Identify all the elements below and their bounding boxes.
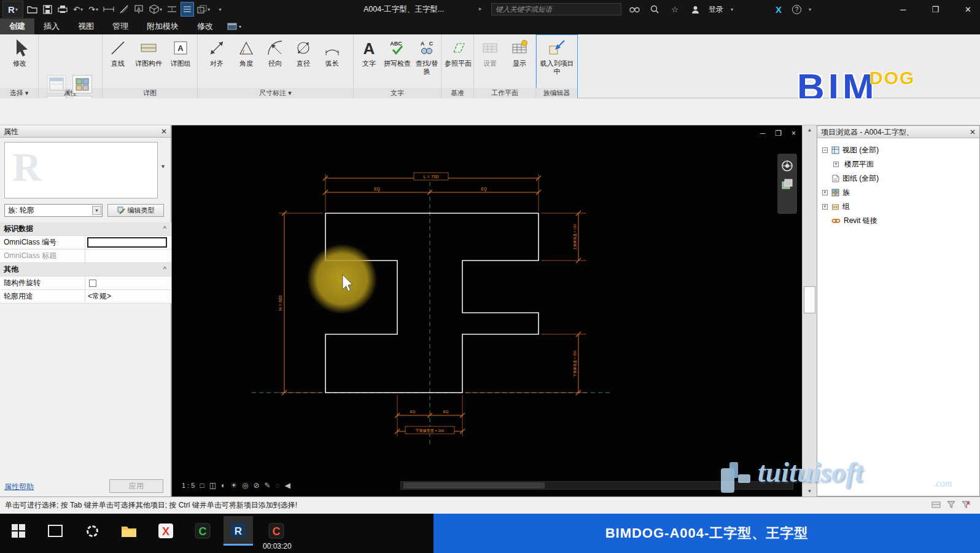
maximize-button[interactable]: ❐ [931, 5, 939, 14]
section-icon[interactable] [165, 2, 179, 17]
tag-icon[interactable]: A [133, 2, 146, 17]
edit-type-button[interactable]: 编辑类型 [107, 204, 164, 217]
properties-help-link[interactable]: 属性帮助 [4, 482, 34, 492]
properties-header[interactable]: 属性 ✕ [0, 125, 171, 138]
dim-top-total[interactable]: L = 700 [424, 174, 439, 179]
tab-view[interactable]: 视图 [69, 18, 103, 34]
arc-length-dimension-button[interactable]: 弧长 [318, 36, 346, 68]
undo-icon[interactable]: ↶▾ [71, 2, 85, 17]
radial-dimension-button[interactable]: 径向 [262, 36, 289, 68]
collapse-icon[interactable]: − [822, 147, 828, 153]
login-button[interactable]: 登录 [709, 4, 723, 15]
dim-bottom-width[interactable]: 下翼缘宽度 = 200 [416, 428, 445, 433]
profile-usage-value[interactable]: <常规> [85, 290, 171, 303]
reference-plane-button[interactable]: 参照平面 [443, 36, 473, 68]
view3d-icon[interactable]: ▾ [148, 2, 163, 17]
save-icon[interactable] [41, 2, 54, 17]
switch-windows-icon[interactable]: ▾ [196, 2, 211, 17]
shadows-icon[interactable]: ◐ [221, 481, 225, 490]
view-minimize-button[interactable]: ─ [760, 129, 766, 138]
dim-eq-bottom-right[interactable]: EQ [443, 410, 449, 414]
tree-item-views[interactable]: − 视图 (全部) [817, 143, 979, 157]
scroll-down-icon[interactable]: ▼ [803, 487, 817, 496]
tree-item-groups[interactable]: + 组 [817, 200, 979, 214]
thin-lines-icon[interactable] [181, 2, 194, 17]
section-identity-data[interactable]: 标识数据 ^ [0, 222, 171, 236]
scroll-left-icon[interactable]: ◀ [285, 481, 290, 490]
section-other[interactable]: 其他 ^ [0, 263, 171, 276]
spelling-button[interactable]: ABC 拼写检查 [383, 36, 411, 68]
vertical-scrollbar[interactable]: ▲ ▼ [802, 125, 817, 496]
customize-qat-icon[interactable]: ▾ [213, 2, 227, 17]
tree-item-sheets-label[interactable]: 图纸 (全部) [842, 171, 879, 186]
diameter-dimension-button[interactable]: 直径 [290, 36, 317, 68]
tree-item-groups-label[interactable]: 组 [842, 200, 850, 214]
type-preview[interactable]: R [4, 142, 158, 198]
panel-datum-label[interactable]: 基准 [441, 88, 473, 98]
expand-icon[interactable]: + [822, 190, 828, 195]
collapse-icon[interactable]: ^ [163, 263, 166, 275]
find-replace-button[interactable]: AC 查找/替换 [413, 36, 441, 76]
apply-button[interactable]: 应用 [109, 479, 163, 493]
filter-icon[interactable] [947, 501, 955, 509]
close-icon[interactable]: ✕ [970, 126, 976, 138]
tab-manage[interactable]: 管理 [103, 18, 138, 34]
family-category-button[interactable] [72, 75, 92, 93]
set-workplane-button[interactable]: 设置 [476, 36, 504, 68]
tree-item-families[interactable]: + 族 [817, 186, 979, 200]
taskbar-active-window[interactable]: BIMDOG-A004-工字型、王字型 [434, 514, 980, 553]
drawing-canvas[interactable]: L = 700 EQ EQ H = 600 上翼缘高度 = 150 下翼缘高度 … [172, 125, 802, 496]
dim-eq-right[interactable]: EQ [481, 187, 486, 192]
close-button[interactable]: ✕ [965, 5, 971, 14]
tree-item-sheets[interactable]: 图纸 (全部) [817, 171, 979, 186]
aligned-dimension-button[interactable]: 对齐 [203, 36, 231, 68]
line-button[interactable]: 直线 [104, 36, 131, 68]
dim-eq-left[interactable]: EQ [374, 187, 379, 192]
search-input[interactable] [491, 3, 621, 15]
print-icon[interactable] [56, 2, 69, 17]
view-restore-button[interactable]: ❐ [775, 129, 782, 138]
modify-button[interactable]: 修改 [5, 36, 34, 68]
file-explorer-button[interactable] [114, 516, 144, 546]
dim-eq-bottom-left[interactable]: EQ [410, 410, 416, 414]
favorites-star-icon[interactable]: ☆ [668, 2, 682, 17]
camtasia-app-button[interactable]: C [188, 516, 217, 546]
revit-app-button[interactable]: R▾ [2, 1, 23, 18]
tab-insert[interactable]: 插入 [34, 18, 69, 34]
help-icon[interactable]: ? [792, 5, 801, 14]
hide-elements-icon[interactable]: ✎ [265, 481, 271, 490]
task-view-button[interactable] [41, 516, 70, 546]
collapse-icon[interactable]: ^ [163, 222, 166, 235]
detail-level-icon[interactable]: □ [200, 481, 204, 490]
omniclass-number-input[interactable] [87, 237, 167, 248]
panel-family-editor-label[interactable]: 族编辑器 [536, 88, 577, 98]
revit-app-button-taskbar[interactable]: R [224, 516, 253, 546]
tree-item-views-label[interactable]: 视图 (全部) [842, 143, 879, 157]
horizontal-scrollbar[interactable] [400, 481, 793, 490]
subscription-icon[interactable] [648, 2, 661, 17]
show-workplane-button[interactable]: 显示 [506, 36, 533, 68]
chevron-down-icon[interactable]: ▾ [731, 7, 733, 12]
detail-component-button[interactable]: 详图构件 [134, 36, 163, 68]
measure-icon[interactable] [117, 2, 131, 17]
start-button[interactable] [4, 516, 33, 546]
dimension-icon[interactable] [102, 2, 115, 17]
tree-item-revit-links-label[interactable]: Revit 链接 [844, 214, 877, 228]
user-icon[interactable] [688, 2, 702, 17]
tab-create[interactable]: 创建 [0, 18, 34, 34]
worksets-icon[interactable] [931, 501, 941, 509]
crop-view-icon[interactable]: ◎ [242, 481, 248, 490]
expand-icon[interactable]: + [822, 204, 828, 210]
tab-addins[interactable]: 附加模块 [138, 18, 188, 34]
chevron-down-icon[interactable]: ▾ [809, 7, 811, 12]
panel-detail-label[interactable]: 详图 [103, 88, 197, 98]
scroll-up-icon[interactable]: ▲ [803, 125, 817, 135]
vertical-scrollbar-thumb[interactable] [804, 286, 815, 313]
panel-workplane-label[interactable]: 工作平面 [474, 88, 535, 98]
panel-text-label[interactable]: 文字 [354, 88, 441, 98]
view-close-button[interactable]: × [791, 129, 796, 138]
recorder-app-button[interactable]: C [262, 516, 291, 546]
family-selector-combo[interactable]: 族: 轮廓 ▾ [4, 204, 103, 217]
chevron-right-icon[interactable]: ▸ [479, 6, 482, 12]
angular-dimension-button[interactable]: 角度 [232, 36, 260, 68]
